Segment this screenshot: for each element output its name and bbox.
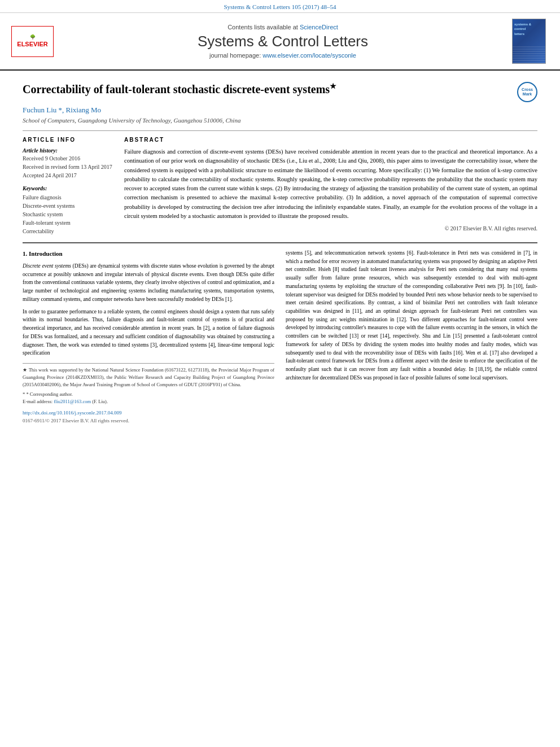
elsevier-logo: 🌳 ELSEVIER <box>11 26 56 57</box>
footnote-area: ★ This work was supported by the Nationa… <box>23 363 274 405</box>
affiliation-line: School of Computers, Guangdong Universit… <box>23 117 537 124</box>
keywords-section: Keywords: Failure diagnosis Discrete-eve… <box>23 185 113 235</box>
keyword-2: Discrete-event systems <box>23 202 113 210</box>
sciencedirect-link[interactable]: ScienceDirect <box>300 24 338 30</box>
footnote-funding-text: This work was supported by the National … <box>23 367 274 387</box>
received-date: Received 9 October 2016 <box>23 155 113 163</box>
copyright-notice: © 2017 Elsevier B.V. All rights reserved… <box>124 225 537 231</box>
revised-date: Received in revised form 13 April 2017 <box>23 163 113 171</box>
section1-right-para1: systems [5], and telecommunication netwo… <box>286 249 537 382</box>
homepage-url[interactable]: www.elsevier.com/locate/sysconle <box>262 52 356 59</box>
email-label-text: E-mail address: <box>23 399 53 404</box>
paper-content: Correctability of fault-tolerant stochas… <box>0 71 560 436</box>
body-left-column: 1. Introduction Discrete event systems (… <box>23 249 274 425</box>
section1-para1: Discrete event systems (DESs) are dynami… <box>23 262 274 304</box>
email-name-text: (F. Liu). <box>92 399 108 404</box>
journal-reference-bar: Systems & Control Letters 105 (2017) 48–… <box>0 0 560 13</box>
section1-title: 1. Introduction <box>23 249 274 259</box>
title-star: ★ <box>330 82 336 90</box>
header-divider <box>23 130 537 131</box>
affiliation-text: School of Computers, Guangdong Universit… <box>23 117 240 124</box>
journal-title-block: Contents lists available at ScienceDirec… <box>62 24 504 59</box>
crossmark-badge: CrossMark <box>517 82 537 102</box>
footnote-star-icon: ★ <box>23 367 29 373</box>
keyword-5: Correctability <box>23 227 113 235</box>
keyword-4: Fault-tolerant system <box>23 219 113 227</box>
within-word: within <box>413 366 426 372</box>
authors-line: Fuchun Liu *, Rixiang Mo <box>23 106 537 115</box>
footnote-email-line: E-mail address: fliu2011@163.com (F. Liu… <box>23 398 274 405</box>
article-info-abstract-section: ARTICLE INFO Article history: Received 9… <box>23 137 537 235</box>
body-section: 1. Introduction Discrete event systems (… <box>23 249 537 425</box>
footnote-corresponding: * * Corresponding author. <box>23 391 274 398</box>
journal-reference-text: Systems & Control Letters 105 (2017) 48–… <box>224 3 336 10</box>
journal-homepage-line: journal homepage: www.elsevier.com/locat… <box>62 52 504 59</box>
history-label: Article history: <box>23 147 113 154</box>
paper-title-line: Correctability of fault-tolerant stochas… <box>23 82 537 102</box>
abstract-title: ABSTRACT <box>124 137 537 143</box>
journal-cover: systems &controlletters <box>509 19 549 64</box>
cover-image: systems &controlletters <box>512 19 546 64</box>
keyword-1: Failure diagnosis <box>23 193 113 202</box>
doi-url: http://dx.doi.org/10.1016/j.sysconle.201… <box>23 410 122 416</box>
article-info-column: ARTICLE INFO Article history: Received 9… <box>23 137 113 235</box>
section1-para2: In order to guarantee performance to a r… <box>23 308 274 357</box>
keywords-label: Keywords: <box>23 185 113 191</box>
keyword-3: Stochastic system <box>23 210 113 219</box>
main-divider <box>23 242 537 243</box>
abstract-text: Failure diagnosis and correction of disc… <box>124 147 537 221</box>
doi-line[interactable]: http://dx.doi.org/10.1016/j.sysconle.201… <box>23 409 274 417</box>
crossmark-label: CrossMark <box>522 88 533 96</box>
accepted-date: Accepted 24 April 2017 <box>23 172 113 180</box>
footnote-funding: ★ This work was supported by the Nationa… <box>23 366 274 388</box>
body-right-column: systems [5], and telecommunication netwo… <box>286 249 537 425</box>
contents-available-line: Contents lists available at ScienceDirec… <box>62 24 504 30</box>
authors-text: Fuchun Liu *, Rixiang Mo <box>23 106 101 114</box>
homepage-label: journal homepage: <box>209 52 261 59</box>
issn-line: 0167-6911/© 2017 Elsevier B.V. All right… <box>23 417 274 425</box>
title-text: Correctability of fault-tolerant stochas… <box>23 83 330 95</box>
des-italic: Discrete event systems <box>23 263 71 269</box>
issn-text: 0167-6911/© 2017 Elsevier B.V. All right… <box>23 418 129 423</box>
email-link[interactable]: fliu2011@163.com <box>54 399 91 404</box>
article-info-title: ARTICLE INFO <box>23 137 113 143</box>
journal-header: 🌳 ELSEVIER Contents lists available at S… <box>0 13 560 71</box>
abstract-section: ABSTRACT Failure diagnosis and correctio… <box>124 137 537 235</box>
journal-main-title: Systems & Control Letters <box>62 33 504 50</box>
corresponding-text: * Corresponding author. <box>26 391 72 397</box>
contents-text: Contents lists available at <box>228 24 298 30</box>
paper-title: Correctability of fault-tolerant stochas… <box>23 82 511 97</box>
